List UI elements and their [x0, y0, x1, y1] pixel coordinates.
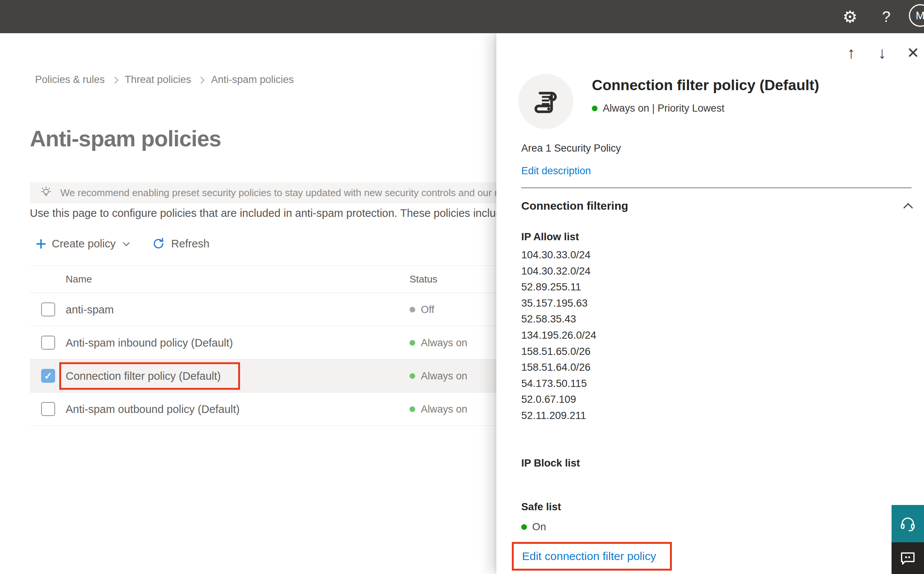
safe-list-value: On: [532, 521, 546, 533]
safe-list-label: Safe list: [521, 501, 561, 513]
account-avatar[interactable]: M: [909, 4, 924, 27]
banner-text: We recommend enabling preset security po…: [60, 187, 496, 199]
ip-allow-item: 158.51.65.0/26: [521, 344, 596, 360]
breadcrumb-separator-icon: [198, 77, 204, 84]
close-icon[interactable]: ✕: [903, 41, 923, 64]
ip-allow-item: 52.11.209.211: [521, 408, 596, 424]
policy-name: Connection filter policy (Default): [59, 362, 240, 390]
safe-list-status: On: [521, 521, 546, 533]
status-cell: Always on: [410, 337, 467, 348]
status-dot-icon: [592, 106, 598, 111]
policy-avatar: [518, 74, 573, 129]
divider: [521, 188, 911, 188]
row-checkbox[interactable]: ✓: [41, 369, 55, 383]
policy-name: Anti-spam outbound policy (Default): [66, 403, 240, 415]
row-checkbox[interactable]: [41, 303, 55, 316]
ip-allow-item: 52.58.35.43: [521, 311, 596, 327]
plus-icon: +: [35, 234, 46, 253]
status-dot-icon: [410, 307, 415, 312]
table-row[interactable]: Anti-spam inbound policy (Default)Always…: [30, 326, 496, 360]
settings-gear-icon[interactable]: ⚙: [839, 0, 861, 33]
scroll-policy-icon: [530, 86, 561, 117]
status-cell: Always on: [410, 370, 467, 382]
policy-description: Area 1 Security Policy: [521, 143, 621, 154]
edit-link-annotation-box: Edit connection filter policy: [512, 542, 672, 571]
column-header-status[interactable]: Status: [410, 266, 437, 293]
chevron-down-icon: [123, 239, 130, 246]
flyout-status-text: Always on | Priority Lowest: [603, 102, 724, 114]
top-bar: ⚙ ? M: [0, 0, 924, 33]
ip-allow-item: 52.89.255.11: [521, 279, 596, 295]
refresh-button[interactable]: Refresh: [151, 237, 209, 251]
status-label: Always on: [421, 370, 467, 382]
table-header: Name Status: [30, 265, 496, 293]
table-row[interactable]: anti-spamOff: [30, 293, 496, 326]
breadcrumb-separator-icon: [111, 77, 118, 84]
app-window: ⚙ ? M Policies & rulesThreat policiesAnt…: [0, 0, 924, 574]
edit-connection-filter-policy-link[interactable]: Edit connection filter policy: [522, 550, 656, 563]
status-label: Always on: [421, 337, 467, 348]
page-description: Use this page to configure policies that…: [30, 207, 496, 219]
edit-description-link[interactable]: Edit description: [521, 165, 591, 177]
feedback-chat-icon: [899, 549, 917, 567]
table-row[interactable]: Anti-spam outbound policy (Default)Alway…: [30, 393, 496, 426]
ip-allow-item: 54.173.50.115: [521, 375, 596, 392]
ip-allow-list-label: IP Allow list: [521, 231, 579, 243]
next-item-arrow-icon[interactable]: ↓: [872, 41, 892, 64]
ip-allow-item: 35.157.195.63: [521, 295, 596, 312]
feedback-button[interactable]: [892, 542, 924, 574]
breadcrumb-item[interactable]: Anti-spam policies: [211, 74, 294, 86]
ip-allow-list: 104.30.33.0/24104.30.32.0/2452.89.255.11…: [521, 247, 596, 424]
column-header-name[interactable]: Name: [66, 266, 92, 293]
lightbulb-icon: [39, 186, 53, 200]
status-dot-icon: [521, 524, 527, 530]
policy-name: anti-spam: [66, 303, 114, 316]
ip-block-list-label: IP Block list: [521, 457, 580, 469]
status-dot-icon: [410, 340, 415, 345]
page-title: Anti-spam policies: [30, 126, 221, 151]
flyout-status: Always on | Priority Lowest: [592, 102, 724, 114]
policy-table-body: anti-spamOffAnti-spam inbound policy (De…: [30, 293, 496, 426]
previous-item-arrow-icon[interactable]: ↑: [841, 41, 861, 64]
ip-allow-item: 158.51.64.0/26: [521, 360, 596, 375]
ip-allow-item: 104.30.32.0/24: [521, 263, 596, 279]
row-checkbox[interactable]: [41, 402, 55, 416]
status-dot-icon: [410, 406, 415, 412]
headset-icon: [899, 515, 917, 533]
connection-filtering-section-header[interactable]: Connection filtering: [521, 198, 911, 214]
support-button[interactable]: [892, 505, 924, 542]
breadcrumb-item[interactable]: Policies & rules: [35, 74, 105, 86]
ip-allow-item: 52.0.67.109: [521, 391, 596, 408]
check-icon: ✓: [44, 371, 52, 381]
create-policy-label: Create policy: [52, 238, 115, 250]
table-row[interactable]: ✓Connection filter policy (Default)Alway…: [30, 360, 496, 393]
help-icon[interactable]: ?: [876, 0, 897, 33]
status-cell: Always on: [410, 403, 467, 415]
status-label: Off: [421, 304, 434, 315]
status-cell: Off: [410, 304, 434, 315]
breadcrumb: Policies & rulesThreat policiesAnti-spam…: [35, 74, 294, 86]
breadcrumb-item[interactable]: Threat policies: [125, 74, 191, 86]
flyout-title: Connection filter policy (Default): [592, 77, 819, 93]
chevron-up-icon: [903, 203, 913, 212]
status-dot-icon: [410, 373, 415, 378]
refresh-icon: [151, 237, 166, 251]
create-policy-button[interactable]: + Create policy: [35, 234, 129, 253]
row-checkbox[interactable]: [41, 336, 55, 350]
policy-name: Anti-spam inbound policy (Default): [66, 336, 233, 349]
policy-table: Name Status anti-spamOffAnti-spam inboun…: [30, 265, 496, 426]
ip-allow-item: 104.30.33.0/24: [521, 247, 596, 263]
toolbar: + Create policy Refresh: [35, 233, 209, 254]
ip-allow-item: 134.195.26.0/24: [521, 327, 596, 344]
status-label: Always on: [421, 403, 467, 415]
details-flyout: ↑ ↓ ✕ Conne: [496, 33, 924, 574]
section-title: Connection filtering: [521, 200, 628, 212]
recommendation-banner: We recommend enabling preset security po…: [30, 182, 496, 203]
refresh-label: Refresh: [171, 238, 209, 250]
